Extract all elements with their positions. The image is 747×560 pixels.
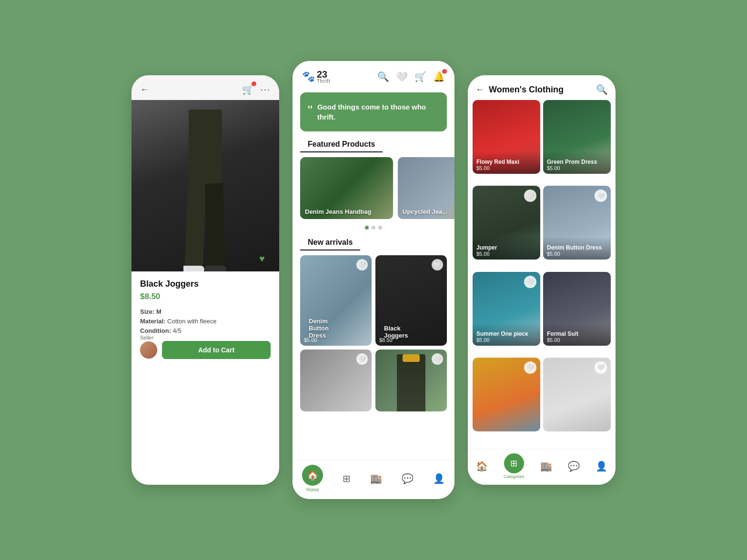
condition-row: Condition: 4/5 (140, 327, 271, 334)
featured-title: Featured Products (300, 137, 383, 152)
r-store-icon: 🏬 (540, 460, 552, 472)
logo-icon: 🐾 (302, 70, 315, 83)
r-categories-label: Categories (504, 474, 525, 479)
polka-fav[interactable]: 🤍 (595, 361, 607, 374)
seller-section: Seller (140, 341, 157, 359)
formal-price: $5.00 (547, 337, 607, 343)
dot-2[interactable] (372, 226, 375, 230)
phones-container: ← 🛒 ··· ♥ (131, 61, 616, 499)
home-circle: 🏠 (302, 465, 323, 486)
r-messages-icon: 💬 (568, 460, 580, 472)
denim-btn-dress-price: $5.00 (547, 251, 607, 257)
arrival-outdoor[interactable]: 🤍 (375, 350, 447, 411)
notification-badge (442, 69, 447, 74)
product-info: Black Joggers $8.50 Size: M Material: Co… (131, 271, 279, 367)
dot-3[interactable] (378, 226, 382, 230)
summer-label: Summer One piece (476, 330, 536, 337)
r-nav-messages[interactable]: 💬 (568, 460, 580, 472)
product-colorful[interactable]: 🤍 (473, 358, 540, 431)
product-red-maxi[interactable]: Flowy Red Maxi $5.00 (473, 100, 540, 174)
r-home-icon: 🏠 (476, 460, 488, 472)
r-nav-home[interactable]: 🏠 (476, 460, 488, 472)
cart-icon[interactable]: 🛒 (242, 84, 254, 95)
material-row: Material: Cotton with fleece (140, 318, 271, 325)
outdoor-fav[interactable]: 🤍 (432, 353, 443, 365)
notifications-icon[interactable]: 🔔 (433, 71, 445, 82)
joggers-info: Black Joggers $8.50 (379, 337, 393, 343)
sneakers-fav[interactable]: 🤍 (356, 353, 368, 365)
messages-icon: 💬 (402, 473, 414, 484)
phone-right: ← Women's Clothing 🔍 Flowy Red Maxi $5.0… (468, 75, 616, 485)
product-denim-btn-dress[interactable]: 🤍 Denim Button Dress $5.00 (543, 186, 611, 260)
jumper-label: Jumper (476, 244, 536, 251)
quote-icon: " (308, 104, 313, 117)
bottom-navigation: 🏠 Home ⊞ 🏬 💬 👤 (293, 460, 454, 499)
profile-icon: 👤 (433, 473, 445, 484)
colorful-fav[interactable]: 🤍 (524, 361, 536, 374)
back-button[interactable]: ← (140, 85, 149, 95)
arrival-joggers[interactable]: 🤍 Black Joggers $8.50 (375, 255, 447, 346)
seller-avatar[interactable] (140, 341, 157, 359)
header-icons: 🔍 🤍 🛒 🔔 (377, 71, 445, 82)
back-button-right[interactable]: ← (475, 85, 484, 95)
promo-banner: " Good things come to those who thrift. (300, 92, 447, 131)
seller-label: Seller (140, 335, 153, 340)
nav-profile[interactable]: 👤 (433, 473, 445, 484)
joggers-label: Black Joggers (384, 325, 408, 339)
dot-1[interactable] (365, 226, 369, 230)
featured-card-jeans[interactable]: Upcycled Jea... (398, 157, 454, 219)
product-green-dress[interactable]: Green Prom Dress $5.00 (543, 100, 611, 174)
wishlist-icon[interactable]: 🤍 (396, 71, 408, 82)
r-profile-icon: 👤 (596, 460, 607, 472)
model-shoe-left (183, 266, 204, 271)
search-icon-right[interactable]: 🔍 (596, 84, 608, 95)
phone-center: 🐾 23 Thrift 🔍 🤍 🛒 🔔 " Good things come t… (293, 61, 454, 499)
formal-label: Formal Suit (547, 330, 607, 337)
hero-favorite-icon[interactable]: ♥ (259, 253, 273, 267)
products-grid: Flowy Red Maxi $5.00 Green Prom Dress $5… (468, 100, 616, 479)
product-polka[interactable]: 🤍 (543, 358, 611, 431)
green-dress-price: $5.00 (547, 165, 607, 171)
left-header: ← 🛒 ··· (131, 75, 279, 100)
logo-text: 23 Thrift (317, 70, 331, 84)
logo-word: Thrift (317, 79, 331, 84)
model-shoe-right (205, 266, 226, 271)
red-maxi-info: Flowy Red Maxi $5.00 (473, 151, 540, 174)
r-nav-profile[interactable]: 👤 (596, 460, 607, 472)
joggers-fav[interactable]: 🤍 (432, 259, 443, 270)
arrival-sneakers[interactable]: 🤍 (300, 350, 372, 411)
cart-badge (252, 81, 256, 86)
home-label: Home (306, 487, 319, 492)
phone-left: ← 🛒 ··· ♥ (131, 75, 279, 485)
more-button[interactable]: ··· (261, 85, 271, 95)
summer-fav[interactable]: 🤍 (524, 276, 536, 288)
cart-icon[interactable]: 🛒 (414, 71, 426, 82)
search-icon[interactable]: 🔍 (377, 71, 389, 82)
product-jumper[interactable]: 🤍 Jumper $5.00 (473, 186, 540, 260)
nav-categories[interactable]: ⊞ (343, 473, 351, 484)
r-nav-categories[interactable]: ⊞ Categories (504, 453, 525, 479)
product-hero-image: ♥ (131, 100, 279, 271)
page-title: Women's Clothing (489, 85, 591, 95)
product-name: Black Joggers (140, 279, 271, 289)
condition-label: Condition: (140, 327, 171, 334)
nav-home[interactable]: 🏠 Home (302, 465, 323, 492)
logo-number: 23 (317, 70, 331, 79)
nav-store[interactable]: 🏬 (370, 473, 382, 484)
model-pants-right (205, 183, 226, 269)
product-formal[interactable]: Formal Suit $5.00 (543, 272, 611, 346)
r-nav-store[interactable]: 🏬 (540, 460, 552, 472)
product-price: $8.50 (140, 292, 271, 301)
featured-card-handbag[interactable]: Denim Jeans Handbag (300, 157, 393, 219)
add-to-cart-button[interactable]: Add to Cart (162, 341, 271, 359)
material-label: Material: (140, 318, 165, 325)
new-arrivals-section: New arrivals 🤍 Denim Button Dress $5.00 … (293, 235, 454, 411)
nav-messages[interactable]: 💬 (402, 473, 414, 484)
denim-dress-fav[interactable]: 🤍 (356, 259, 368, 270)
jeans-label: Upcycled Jea... (403, 208, 447, 215)
featured-scroll[interactable]: Denim Jeans Handbag Upcycled Jea... (293, 157, 454, 224)
jumper-price: $5.00 (476, 251, 536, 257)
product-summer[interactable]: 🤍 Summer One piece $5.00 (473, 272, 540, 346)
arrival-denim-dress[interactable]: 🤍 Denim Button Dress $5.00 (300, 255, 372, 346)
size-value: M (156, 308, 162, 315)
